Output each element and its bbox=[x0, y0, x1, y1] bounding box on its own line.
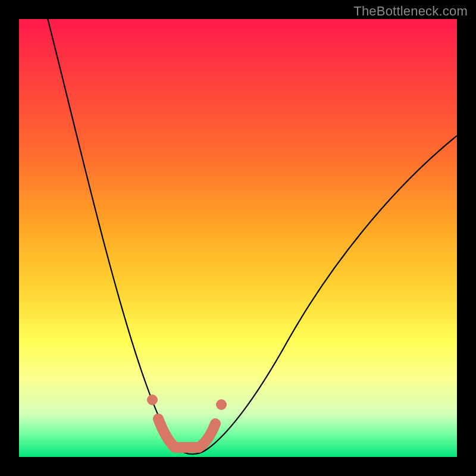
plot-area bbox=[19, 19, 457, 457]
marker-segment bbox=[199, 424, 215, 447]
watermark-text: TheBottleneck.com bbox=[353, 4, 468, 19]
marker-dot bbox=[147, 394, 158, 405]
bottleneck-curve-svg bbox=[19, 19, 457, 457]
chart-frame: TheBottleneck.com bbox=[0, 0, 476, 476]
good-range-marker bbox=[147, 394, 227, 447]
marker-dot bbox=[216, 399, 227, 410]
bottleneck-curve bbox=[42, 0, 457, 454]
